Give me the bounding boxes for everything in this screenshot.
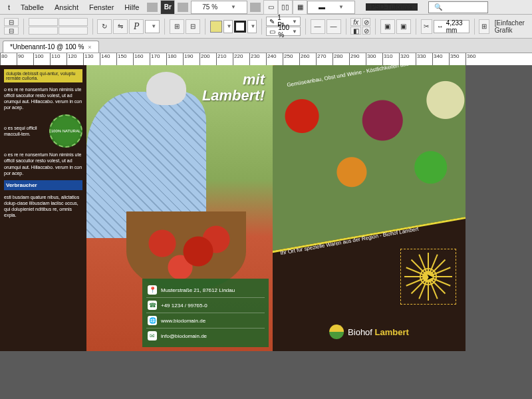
brand-footer: Biohof Lambert xyxy=(329,325,409,339)
mm-field[interactable]: ↔ 4,233 mm xyxy=(434,20,469,33)
graphic-label: [Einfacher Grafik xyxy=(495,19,528,34)
address-row: 📍Musterstraße 21, 87612 Lindau xyxy=(146,283,265,298)
paragraph-icon[interactable]: P xyxy=(129,19,144,34)
psd-tutorials-badge[interactable]: PSD-Tutorials xyxy=(366,3,418,11)
menu-tabelle[interactable]: Tabelle xyxy=(15,3,49,11)
frame-icon[interactable]: ⊞ xyxy=(479,19,489,34)
align-col-icon[interactable]: ⊟ xyxy=(4,27,19,35)
menu-t[interactable]: t xyxy=(3,3,15,11)
view-mode-select[interactable]: ▬▼ xyxy=(307,1,355,14)
tab-title: *Unbenannt-10 @ 100 % xyxy=(10,43,84,51)
fx-button[interactable]: fx xyxy=(350,18,361,26)
view-mode-1-icon[interactable]: ▭ xyxy=(263,0,278,15)
align-row-icon[interactable]: ⊟ xyxy=(4,18,19,26)
body-text-4: esti busdam quature nibus, alictatios do… xyxy=(4,194,82,218)
diagonal-photo-frame xyxy=(273,65,466,253)
menubar: t Tabelle Ansicht Fenster Hilfe Br 75 %▼… xyxy=(0,0,532,15)
body-text-3: o es re re nonsentum Non niminis ute off… xyxy=(4,152,82,176)
headline: mit Lambert! xyxy=(202,72,265,104)
separator xyxy=(178,3,188,12)
search-input[interactable]: 🔍 xyxy=(428,1,488,13)
document-canvas[interactable]: dolupta debissit qui-antur, voluptu rern… xyxy=(0,65,466,351)
natural-stamp-icon: 100% NATURAL xyxy=(49,114,82,148)
fx-none-icon[interactable]: ⊘ xyxy=(362,18,370,26)
flip-h-icon[interactable]: ⇋ xyxy=(113,19,128,34)
tab-bar: *Unbenannt-10 @ 100 % × xyxy=(0,39,532,53)
horizontal-ruler[interactable]: 8090100110120130140150160170180190200210… xyxy=(0,53,532,65)
bridge-button[interactable]: Br xyxy=(160,0,175,15)
web-row: 🌐www.biodomain.de xyxy=(146,313,265,329)
brochure-right-panel: GL Gemüseanbau, Obst und Weine - Köstlic… xyxy=(273,65,466,351)
cursor-icon: ➤ xyxy=(426,272,434,282)
brochure-left-panel: dolupta debissit qui-antur, voluptu rern… xyxy=(0,65,86,351)
menu-ansicht[interactable]: Ansicht xyxy=(49,3,84,11)
rotate-icon[interactable]: ↻ xyxy=(97,19,112,34)
body-text-2: o es sequi officil maccull-tem. xyxy=(4,125,47,137)
menu-fenster[interactable]: Fenster xyxy=(84,3,119,11)
fill-select[interactable]: ▼ xyxy=(223,20,233,33)
yellow-callout: dolupta debissit qui-antur, voluptu rern… xyxy=(4,69,82,82)
y-field[interactable] xyxy=(29,27,58,35)
xy-fields xyxy=(29,18,88,35)
stroke-swatch[interactable] xyxy=(234,21,246,33)
fill-swatch[interactable] xyxy=(210,21,222,33)
x-field[interactable] xyxy=(29,18,58,26)
mail-row: ✉info@biodomain.de xyxy=(146,329,265,343)
blue-heading: Verbraucher xyxy=(4,180,82,190)
phone-icon: ☎ xyxy=(148,301,157,310)
wrap-icon[interactable]: ▣ xyxy=(380,19,395,34)
rotate-select[interactable]: ▼ xyxy=(145,20,160,33)
mail-icon: ✉ xyxy=(148,331,157,340)
brand-logo-icon xyxy=(329,325,344,339)
stroke-select[interactable]: ▼ xyxy=(247,20,257,33)
cap-icon[interactable]: — xyxy=(311,19,325,34)
close-icon[interactable]: × xyxy=(88,44,91,51)
brochure-mid-panel: mit Lambert! 📍Musterstraße 21, 87612 Lin… xyxy=(86,65,273,351)
w-field[interactable] xyxy=(59,18,88,26)
zoom-select[interactable]: 75 %▼ xyxy=(191,1,247,14)
distribute-v-icon[interactable]: ⊟ xyxy=(186,19,200,34)
pin-icon: 📍 xyxy=(148,285,157,295)
toolbar: ⊟ ⊟ ↻ ⇋ P ▼ ⊞ ⊟ ▼ ▼ ✎ 1 Pt▼ ▭ 100 %▼ — xyxy=(0,15,532,39)
join-icon[interactable]: — xyxy=(327,19,341,34)
wrap2-icon[interactable]: ▣ xyxy=(396,19,411,34)
beard-graphic xyxy=(146,72,186,105)
document-tab[interactable]: *Unbenannt-10 @ 100 % × xyxy=(3,41,99,53)
crop-icon[interactable]: ✂ xyxy=(421,19,432,34)
separator xyxy=(147,3,158,12)
view-mode-2-icon[interactable]: ▯▯ xyxy=(278,0,293,15)
scale-pct[interactable]: ▭ 100 %▼ xyxy=(266,27,301,36)
workspace: dolupta debissit qui-antur, voluptu rern… xyxy=(0,65,532,399)
contact-box: 📍Musterstraße 21, 87612 Lindau ☎+49 1234… xyxy=(142,279,269,347)
h-field[interactable] xyxy=(59,27,88,35)
menu-hilfe[interactable]: Hilfe xyxy=(119,3,144,11)
view-mode-3-icon[interactable]: ▦ xyxy=(293,0,307,15)
separator xyxy=(250,3,261,12)
vegetable-photo xyxy=(273,65,466,251)
body-text-1: o es re re nonsentum Non niminis ute off… xyxy=(4,86,82,110)
distribute-h-icon[interactable]: ⊞ xyxy=(170,19,184,34)
opacity-clear-icon[interactable]: ⊘ xyxy=(362,27,370,35)
globe-icon: 🌐 xyxy=(148,316,157,325)
phone-row: ☎+49 1234 / 99765-0 xyxy=(146,298,265,313)
opacity-icon[interactable]: ◧ xyxy=(350,27,361,35)
